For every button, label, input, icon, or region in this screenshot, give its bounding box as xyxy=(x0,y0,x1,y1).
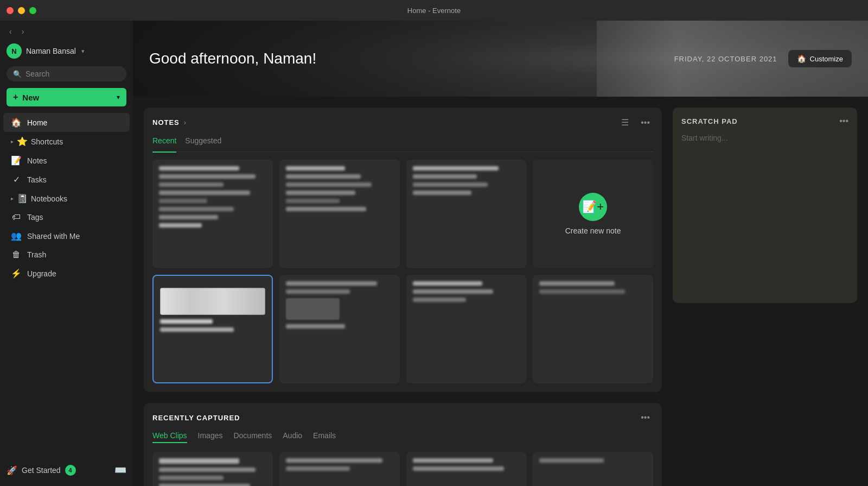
sidebar-item-notes-label: Notes xyxy=(27,156,47,165)
create-note-button[interactable]: 📝+ Create new note xyxy=(533,160,653,268)
sidebar-item-notes[interactable]: 📝 Notes xyxy=(3,151,130,170)
create-note-label: Create new note xyxy=(565,226,621,235)
tasks-icon: ✓ xyxy=(11,174,22,185)
upgrade-icon: ⚡ xyxy=(11,268,22,279)
note-content-line xyxy=(159,166,239,171)
customize-button[interactable]: 🏠 Customize xyxy=(788,50,852,67)
note-content-line xyxy=(159,207,234,211)
notes-widget-header: NOTES › ☰ ••• xyxy=(152,116,653,129)
chevron-down-icon: ▾ xyxy=(81,48,85,55)
search-bar[interactable]: 🔍 Search xyxy=(7,66,126,81)
close-button[interactable] xyxy=(7,7,14,14)
sidebar-item-trash[interactable]: 🗑 Trash xyxy=(3,245,130,264)
note-card[interactable] xyxy=(533,275,653,383)
tab-recent[interactable]: Recent xyxy=(152,136,176,153)
nav-forward-button[interactable]: › xyxy=(19,26,27,37)
notes-view-toggle-button[interactable]: ☰ xyxy=(618,116,632,129)
sidebar-item-notebooks-label: Notebooks xyxy=(31,194,67,203)
trash-icon: 🗑 xyxy=(11,250,22,260)
note-thumbnail xyxy=(160,288,265,315)
note-card[interactable] xyxy=(152,275,273,383)
chevron-right-icon: ▸ xyxy=(11,138,14,144)
sidebar-item-notebooks[interactable]: ▸ 📓 Notebooks xyxy=(3,189,130,208)
note-card[interactable] xyxy=(279,275,400,383)
note-content-line xyxy=(286,174,361,179)
recently-captured-title: RECENTLY CAPTURED xyxy=(152,414,240,422)
create-note-icon: 📝+ xyxy=(579,193,607,221)
sidebar-item-upgrade-label: Upgrade xyxy=(27,269,56,278)
captured-item[interactable] xyxy=(152,452,273,486)
note-card[interactable] xyxy=(406,275,527,383)
sidebar-item-shared[interactable]: 👥 Shared with Me xyxy=(3,226,130,245)
note-content-line xyxy=(413,191,472,195)
scratch-pad-more-button[interactable]: ••• xyxy=(839,116,848,126)
sidebar-item-tags-label: Tags xyxy=(27,213,43,222)
note-content-line xyxy=(286,199,340,203)
sidebar-item-shared-label: Shared with Me xyxy=(27,232,80,241)
recently-captured-header: RECENTLY CAPTURED ••• xyxy=(152,412,653,424)
sidebar-item-tasks-label: Tasks xyxy=(27,175,47,184)
note-card[interactable] xyxy=(152,160,273,268)
shared-icon: 👥 xyxy=(11,231,22,241)
tags-icon: 🏷 xyxy=(11,212,22,222)
minimize-button[interactable] xyxy=(18,7,25,14)
avatar: N xyxy=(7,43,22,59)
notes-widget-title: NOTES xyxy=(152,118,180,127)
chevron-right-icon-2: ▸ xyxy=(11,195,14,201)
sidebar: ‹ › N Naman Bansal ▾ 🔍 Search + New ▾ 🏠 … xyxy=(0,21,133,486)
traffic-lights xyxy=(7,7,36,14)
note-content-line xyxy=(286,182,372,187)
customize-label: Customize xyxy=(810,55,843,63)
home-icon: 🏠 xyxy=(11,117,22,128)
tab-documents[interactable]: Documents xyxy=(233,431,272,443)
note-content-line xyxy=(159,215,218,219)
sidebar-item-upgrade[interactable]: ⚡ Upgrade xyxy=(3,264,130,283)
sidebar-item-trash-label: Trash xyxy=(27,250,46,259)
main-content: Good afternoon, Naman! FRIDAY, 22 OCTOBE… xyxy=(133,21,868,486)
tab-audio[interactable]: Audio xyxy=(283,431,302,443)
notes-grid: 📝+ Create new note xyxy=(152,160,653,268)
notes-icon: 📝 xyxy=(11,155,22,166)
search-icon: 🔍 xyxy=(13,70,22,78)
sidebar-item-tasks[interactable]: ✓ Tasks xyxy=(3,170,130,189)
new-button-label: New xyxy=(22,93,39,102)
customize-icon: 🏠 xyxy=(797,54,806,63)
notes-grid-row2 xyxy=(152,275,653,383)
notes-arrow-icon[interactable]: › xyxy=(184,118,186,127)
notes-tabs: Recent Suggested xyxy=(152,136,653,152)
note-content-line xyxy=(413,174,477,179)
fullscreen-button[interactable] xyxy=(29,7,36,14)
scratch-pad-body[interactable]: Start writing... xyxy=(681,134,848,142)
captured-item[interactable] xyxy=(279,452,400,486)
note-content-line xyxy=(413,182,488,187)
captured-item[interactable] xyxy=(406,452,527,486)
sidebar-item-tags[interactable]: 🏷 Tags xyxy=(3,208,130,226)
new-button[interactable]: + New ▾ xyxy=(7,88,126,106)
tab-suggested[interactable]: Suggested xyxy=(185,136,221,146)
sidebar-item-shortcuts[interactable]: ▸ ⭐ Shortcuts xyxy=(3,132,130,151)
note-content-line xyxy=(159,223,202,228)
hero-banner: Good afternoon, Naman! FRIDAY, 22 OCTOBE… xyxy=(133,21,868,97)
tab-images[interactable]: Images xyxy=(198,431,223,443)
plus-icon: + xyxy=(13,92,18,102)
note-card[interactable] xyxy=(406,160,527,268)
nav-back-button[interactable]: ‹ xyxy=(7,26,15,37)
notes-more-button[interactable]: ••• xyxy=(637,117,653,129)
sidebar-item-home[interactable]: 🏠 Home xyxy=(3,113,130,132)
captured-item[interactable] xyxy=(533,452,653,486)
user-profile[interactable]: N Naman Bansal ▾ xyxy=(0,40,133,64)
keyboard-icon[interactable]: ⌨️ xyxy=(114,464,126,476)
hero-date: FRIDAY, 22 OCTOBER 2021 xyxy=(674,55,777,63)
note-card[interactable] xyxy=(279,160,400,268)
sidebar-item-home-label: Home xyxy=(27,118,47,127)
recently-captured-more-button[interactable]: ••• xyxy=(637,412,653,424)
sidebar-item-shortcuts-label: Shortcuts xyxy=(31,137,63,146)
tab-emails[interactable]: Emails xyxy=(313,431,336,443)
scratch-pad-widget: SCRATCH PAD ••• Start writing... xyxy=(673,108,857,303)
sidebar-bottom: 🚀 Get Started 4 ⌨️ xyxy=(0,460,133,481)
tab-webclips[interactable]: Web Clips xyxy=(152,431,187,443)
scratch-pad-title: SCRATCH PAD xyxy=(681,117,738,125)
note-content-line xyxy=(286,207,366,211)
get-started-item[interactable]: 🚀 Get Started 4 xyxy=(7,465,76,476)
notebooks-icon: 📓 xyxy=(17,193,28,204)
